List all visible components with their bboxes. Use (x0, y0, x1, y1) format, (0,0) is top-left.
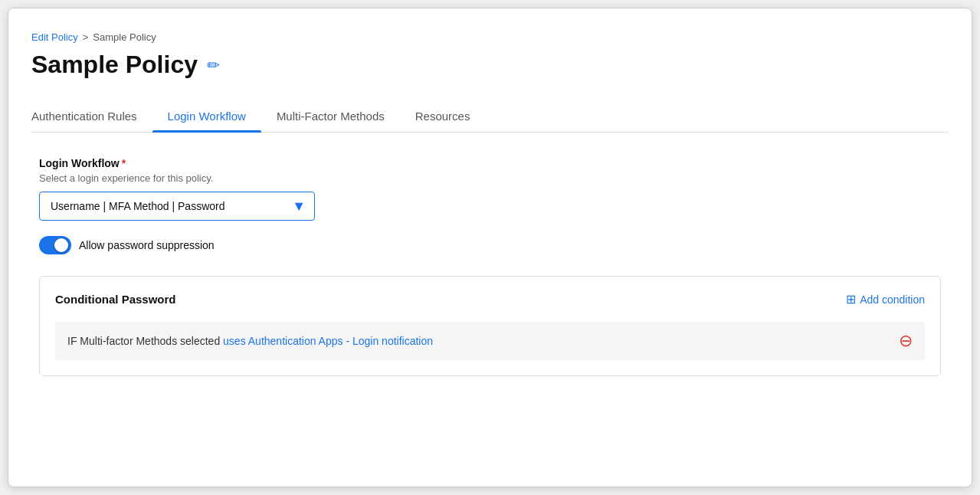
breadcrumb-current: Sample Policy (93, 31, 156, 43)
conditional-password-title: Conditional Password (55, 293, 176, 306)
edit-icon[interactable]: ✏ (207, 56, 220, 74)
tabs-bar: Authentication Rules Login Workflow Mult… (31, 100, 949, 133)
tab-resources[interactable]: Resources (400, 100, 486, 132)
tab-authentication-rules[interactable]: Authentication Rules (31, 100, 152, 132)
tab-multi-factor-methods[interactable]: Multi-Factor Methods (261, 100, 400, 132)
add-condition-button[interactable]: ⊞ Add condition (846, 292, 925, 307)
condition-link[interactable]: uses Authentication Apps - Login notific… (223, 335, 433, 347)
password-suppression-toggle-row: Allow password suppression (39, 236, 941, 254)
page-title: Sample Policy (31, 51, 198, 79)
required-star: * (122, 157, 126, 169)
condition-text: IF Multi-factor Methods selected uses Au… (67, 335, 433, 347)
content-area: Login Workflow * Select a login experien… (31, 157, 949, 376)
breadcrumb-edit-policy-link[interactable]: Edit Policy (31, 31, 78, 43)
remove-condition-button[interactable]: ⊖ (899, 333, 913, 349)
login-workflow-field-label: Login Workflow * (39, 157, 941, 169)
toggle-label: Allow password suppression (79, 239, 215, 251)
breadcrumb-separator: > (83, 31, 89, 43)
condition-row: IF Multi-factor Methods selected uses Au… (55, 322, 925, 360)
conditional-password-header: Conditional Password ⊞ Add condition (55, 292, 925, 307)
password-suppression-toggle[interactable] (39, 236, 71, 254)
breadcrumb: Edit Policy > Sample Policy (31, 31, 949, 43)
page-title-row: Sample Policy ✏ (31, 51, 949, 79)
tab-login-workflow[interactable]: Login Workflow (152, 100, 261, 132)
toggle-knob (54, 238, 68, 252)
conditional-password-box: Conditional Password ⊞ Add condition IF … (39, 276, 941, 376)
add-condition-icon: ⊞ (846, 292, 856, 307)
login-workflow-select[interactable]: Username | MFA Method | PasswordUsername… (39, 192, 315, 221)
main-window: Edit Policy > Sample Policy Sample Polic… (8, 8, 972, 487)
login-workflow-dropdown-wrapper: Username | MFA Method | PasswordUsername… (39, 192, 315, 221)
field-description: Select a login experience for this polic… (39, 172, 941, 184)
